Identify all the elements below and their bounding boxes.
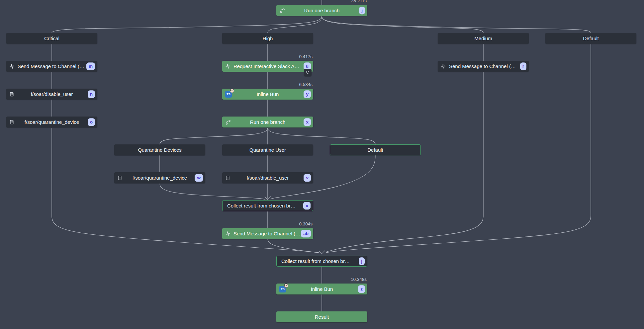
node-inline-bun-bottom[interactable]: 10.348s TS Inline Bun z — [276, 284, 367, 294]
node-quarantine-device-script[interactable]: f/soar/quarantine_device w — [114, 172, 205, 183]
branch-header-high[interactable]: High — [222, 33, 313, 44]
node-label: Run one branch — [288, 8, 356, 13]
flow-edges — [0, 0, 644, 329]
node-disable-user-critical[interactable]: f/soar/disable_user n — [6, 89, 97, 100]
node-label: Request Interactive Slack Appro... — [233, 63, 302, 69]
branch-header-label: Critical — [10, 36, 94, 41]
node-id-badge: y — [304, 90, 311, 98]
branch-header-label: High — [226, 36, 310, 41]
node-id-badge: j — [359, 257, 365, 265]
node-id-badge: m — [86, 62, 95, 70]
node-id-badge: r — [520, 62, 526, 70]
flow-graph-canvas: 36.211s Run one branch j Critical High M… — [0, 0, 644, 329]
node-label: Collect result from chosen branch — [281, 258, 352, 264]
node-run-one-branch-high[interactable]: Run one branch x — [222, 117, 313, 127]
node-id-badge: ab — [301, 230, 311, 238]
node-id-badge: w — [195, 174, 203, 182]
node-quarantine-device-critical[interactable]: f/soar/quarantine_device o — [6, 117, 97, 127]
node-id-badge: o — [88, 118, 95, 126]
node-request-slack-approval[interactable]: 0.417s Request Interactive Slack Appro..… — [222, 61, 313, 72]
node-send-message-high[interactable]: 0.304s Send Message to Channel (sla... a… — [222, 228, 313, 239]
duration-label: 6.534s — [299, 82, 313, 87]
suspend-approval-icon — [304, 69, 312, 76]
node-label: Result — [288, 314, 356, 320]
node-id-badge: x — [303, 202, 311, 210]
node-disable-user-script[interactable]: f/soar/disable_user v — [222, 172, 313, 183]
node-id-badge: v — [304, 174, 311, 182]
node-label: Send Message to Channel (slack) — [18, 63, 86, 69]
node-label: Send Message to Channel (slack) — [449, 63, 517, 69]
branch-header-label: Default — [333, 147, 417, 153]
slack-icon — [225, 231, 230, 236]
script-icon — [117, 175, 122, 180]
node-id-badge: x — [304, 118, 311, 126]
branch-header-critical[interactable]: Critical — [6, 33, 97, 44]
node-run-one-branch-top[interactable]: 36.211s Run one branch j — [276, 5, 367, 16]
node-label: f/soar/quarantine_device — [126, 175, 194, 181]
node-collect-result-main[interactable]: Collect result from chosen branch j — [276, 256, 367, 267]
script-icon — [225, 175, 230, 180]
script-icon — [9, 120, 14, 124]
duration-label: 0.304s — [299, 221, 313, 226]
typescript-icon: TS — [279, 286, 286, 292]
node-result[interactable]: Result — [276, 311, 367, 322]
branch-header-default[interactable]: Default — [545, 33, 636, 44]
node-label: f/soar/disable_user — [233, 175, 302, 181]
node-send-message-critical[interactable]: Send Message to Channel (slack) m — [6, 61, 97, 72]
node-id-badge: n — [88, 90, 95, 98]
slack-icon — [441, 64, 446, 69]
lang-label: TS — [281, 288, 285, 291]
branch-header-label: Quarantine User — [226, 147, 310, 153]
node-label: Send Message to Channel (sla... — [233, 231, 302, 236]
subbranch-header-quarantine-devices[interactable]: Quarantine Devices — [114, 144, 205, 155]
node-label: Inline Bun — [233, 91, 302, 97]
typescript-icon: TS — [225, 91, 232, 98]
node-label: Inline Bun — [288, 286, 356, 292]
script-icon — [9, 92, 14, 97]
subbranch-header-quarantine-user[interactable]: Quarantine User — [222, 144, 313, 155]
duration-label: 0.417s — [299, 54, 313, 59]
node-label: Run one branch — [233, 119, 302, 125]
node-label: Collect result from chosen branch — [227, 203, 298, 208]
node-inline-bun-high[interactable]: 6.534s TS Inline Bun y — [222, 89, 313, 100]
slack-icon — [225, 64, 230, 69]
subbranch-header-default[interactable]: Default — [330, 144, 421, 155]
branch-header-medium[interactable]: Medium — [438, 33, 529, 44]
node-label: f/soar/quarantine_device — [18, 119, 86, 125]
branch-icon — [279, 8, 285, 14]
branch-icon — [225, 119, 231, 125]
node-collect-result-high[interactable]: Collect result from chosen branch x — [222, 200, 313, 211]
node-id-badge: j — [359, 7, 365, 15]
lang-label: TS — [227, 93, 230, 96]
node-label: f/soar/disable_user — [18, 91, 86, 97]
node-send-message-medium[interactable]: Send Message to Channel (slack) r — [438, 61, 529, 72]
duration-label: 10.348s — [351, 277, 367, 282]
node-id-badge: z — [358, 285, 365, 293]
branch-header-label: Default — [549, 36, 633, 41]
duration-label: 36.211s — [351, 0, 367, 3]
branch-header-label: Quarantine Devices — [118, 147, 202, 153]
branch-header-label: Medium — [441, 36, 525, 41]
slack-icon — [9, 64, 15, 69]
